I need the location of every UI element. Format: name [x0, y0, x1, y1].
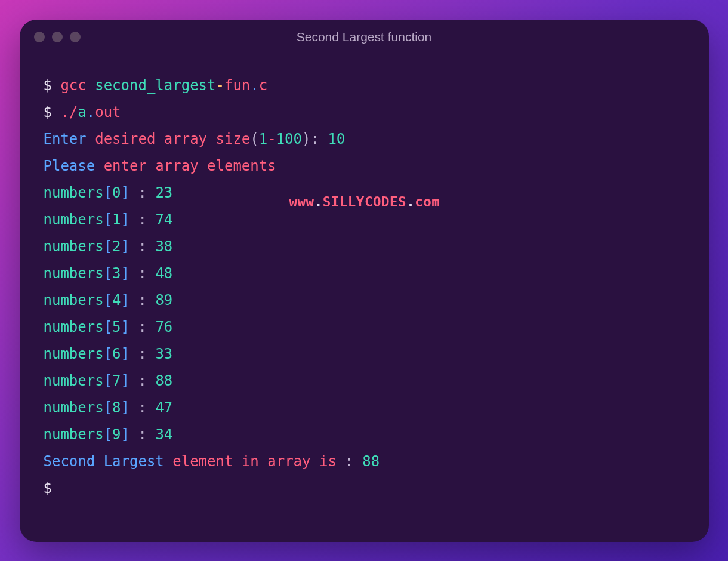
terminal-line: $ [44, 475, 685, 502]
terminal-line: Please enter array elements [44, 153, 685, 180]
terminal-line-entry: numbers[6] : 33 [44, 341, 685, 368]
entries-list: numbers[0] : 23numbers[1] : 74numbers[2]… [44, 180, 685, 448]
window-controls [34, 32, 81, 42]
minimize-icon[interactable] [52, 32, 63, 42]
terminal-line-entry: numbers[3] : 48 [44, 260, 685, 287]
prompt-symbol: $ [44, 480, 52, 497]
terminal-line-entry: numbers[9] : 34 [44, 421, 685, 448]
terminal-line: $ ./a.out [44, 99, 685, 126]
prompt-symbol: $ [44, 104, 52, 121]
terminal-line-entry: numbers[4] : 89 [44, 287, 685, 314]
close-icon[interactable] [34, 32, 45, 42]
maximize-icon[interactable] [70, 32, 81, 42]
terminal-line: Enter desired array size(1-100): 10 [44, 126, 685, 153]
prompt-symbol: $ [44, 77, 52, 94]
terminal-line-entry: numbers[0] : 23 [44, 180, 685, 206]
titlebar: Second Largest function [20, 20, 709, 54]
terminal-line-entry: numbers[1] : 74 [44, 206, 685, 233]
terminal-line-entry: numbers[8] : 47 [44, 394, 685, 421]
terminal-body[interactable]: www.SILLYCODES.com $ gcc second_largest-… [20, 54, 709, 542]
terminal-line-entry: numbers[5] : 76 [44, 314, 685, 341]
terminal-line-entry: numbers[7] : 88 [44, 368, 685, 394]
window-title: Second Largest function [20, 30, 709, 44]
terminal-window: Second Largest function www.SILLYCODES.c… [20, 20, 709, 542]
terminal-line-entry: numbers[2] : 38 [44, 233, 685, 260]
terminal-line-result: Second Largest element in array is : 88 [44, 448, 685, 475]
terminal-line: $ gcc second_largest-fun.c [44, 72, 685, 99]
